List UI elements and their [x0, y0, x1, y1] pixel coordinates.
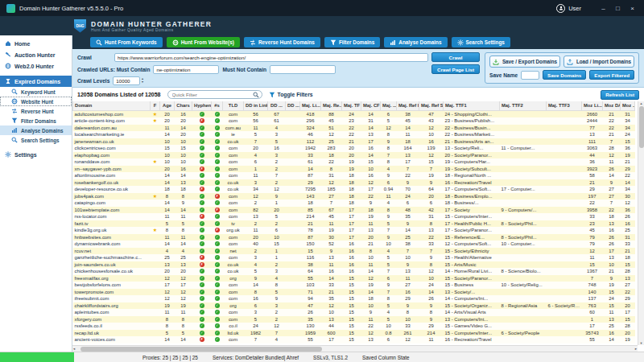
- table-row[interactable]: localsearchmarketing.ie1420✓✓ie534612221…: [73, 131, 635, 138]
- column-header-moz-da[interactable]: Moz DA: [603, 101, 621, 110]
- table-row[interactable]: apleintubes.com1111✓✓com32261015948814 -…: [73, 309, 635, 316]
- table-row[interactable]: bestjobsforfelons.com1717✓✓com1481033315…: [73, 282, 635, 289]
- table-row[interactable]: recap.ltd.uk55✓✓ltd.uk19827195960015120.…: [73, 330, 635, 337]
- scroll-left-icon[interactable]: ◄: [72, 347, 76, 351]
- column-header-maj-cf[interactable]: Maj. CF: [361, 101, 381, 110]
- table-row[interactable]: ronanddave.com★1010✓✓com6261221915817151…: [73, 158, 635, 166]
- crawl-levels-input[interactable]: [113, 76, 140, 85]
- sidebar-item-keyword-hunt[interactable]: Keyword Hunt: [0, 87, 72, 97]
- column-header-moz-li[interactable]: Moz Li...: [582, 101, 603, 110]
- maximize-icon[interactable]: □: [613, 5, 623, 12]
- column-header-maj-ref-ips[interactable]: Maj. Ref IPs: [397, 101, 419, 110]
- table-row[interactable]: article-content-king.com★2020✗✓com566129…: [73, 117, 635, 125]
- column-header-chars[interactable]: Chars: [175, 101, 192, 110]
- sidebar-item-reverse-hunt[interactable]: Reverse Hunt: [0, 106, 72, 116]
- column-header-age[interactable]: Age: [160, 101, 175, 110]
- save-domains-button[interactable]: Save Domains: [543, 70, 586, 80]
- table-row[interactable]: kindle3g.org.uk★88✓✗org.uk11678191713714…: [73, 227, 635, 234]
- table-row[interactable]: rss-locator.com1111✗✓com1352144517199353…: [73, 213, 635, 220]
- table-row[interactable]: join-saunders.co.uk1313✗✓co.uk4238111611…: [73, 261, 635, 269]
- spinner-arrows[interactable]: ▲▼: [141, 78, 144, 84]
- column-header-maj[interactable]: Maj. ...: [381, 101, 397, 110]
- tab-reverse-hunt-domains[interactable]: Reverse Hunt Domains: [244, 37, 320, 47]
- table-row[interactable]: adultcostumeshop.com★2016✓✓com5667418882…: [73, 110, 635, 117]
- column-header-f[interactable]: F: [151, 101, 160, 110]
- save-export-domains-button[interactable]: Save / Export Domains: [489, 56, 560, 68]
- tab-hunt-from-website-s[interactable]: Hunt From Website(s): [167, 37, 240, 47]
- spinner-down-icon[interactable]: ▼: [141, 81, 144, 84]
- scroll-right-icon[interactable]: ►: [634, 347, 638, 351]
- column-header-maj-re[interactable]: Maj. Re...: [321, 101, 342, 110]
- horizontal-scroll-thumb[interactable]: [80, 347, 322, 352]
- table-row[interactable]: 101webtemplate.com1414✓✗com8220856717188…: [73, 207, 635, 214]
- table-row[interactable]: towerpromote.com1212✓✓com857121151471614…: [73, 289, 635, 296]
- column-header-maj-li[interactable]: Maj. Li...: [300, 101, 321, 110]
- table-row[interactable]: aftonlimousine.com1414✓✓com1178731181692…: [73, 172, 635, 179]
- close-icon[interactable]: ×: [627, 5, 638, 12]
- toggle-filters[interactable]: Toggle Filters: [269, 92, 313, 98]
- table-row[interactable]: hnbwebsites.com1111✓✓com2010873017209252…: [73, 234, 635, 241]
- tab-search-settings[interactable]: Search Settings: [452, 37, 510, 47]
- save-name-input[interactable]: [521, 71, 539, 80]
- column-header-dd[interactable]: DD ...: [268, 101, 286, 110]
- table-row[interactable]: elaphopbag.com1010✓✓com43331820147131220…: [73, 152, 635, 159]
- minimize-icon[interactable]: –: [598, 5, 609, 12]
- sidebar-item-auction-hunter[interactable]: Auction Hunter: [0, 49, 72, 60]
- tab-hunt-from-keywords[interactable]: Hunt From Keywords: [90, 37, 163, 47]
- table-row[interactable]: ifreeisubmit.com1212✓✓com169943515188292…: [73, 295, 635, 302]
- crawl-url-input[interactable]: [114, 53, 428, 62]
- load-import-domains-button[interactable]: Load / Import Domains: [564, 56, 634, 68]
- table-row[interactable]: freexmailfax.org1212✓✓org945514151261110…: [73, 275, 635, 282]
- table-row[interactable]: rcuv.net44✓✓net2115916847715 - Society/E…: [73, 248, 635, 255]
- column-header-maj-ttf1[interactable]: Maj. TTF1: [444, 101, 500, 110]
- table-row[interactable]: ganzheitliche-suchmaschine.c...2525✗✓com…: [73, 254, 635, 261]
- table-row[interactable]: janenewman.co.uk1010✓✓co.uk7511225211791…: [73, 138, 635, 146]
- table-row[interactable]: dynamicwebrank.com1414✓✓com4015150521621…: [73, 241, 635, 248]
- column-header-maj-tf[interactable]: Maj. TF: [342, 101, 361, 110]
- horizontal-scrollbar[interactable]: ◄ ►: [72, 345, 638, 352]
- scroll-up-icon[interactable]: ▲: [640, 101, 643, 105]
- must-not-contain-input[interactable]: [270, 65, 336, 74]
- tab-filter-domains[interactable]: Filter Domains: [324, 37, 380, 47]
- sidebar-item-settings[interactable]: Settings: [0, 149, 72, 160]
- export-filtered-button[interactable]: Export Filtered: [589, 70, 634, 80]
- column-header-tld[interactable]: TLD: [223, 101, 244, 110]
- column-header-dd[interactable]: DD ...: [286, 101, 300, 110]
- column-header-maj-ttf3[interactable]: Maj. TTF3: [547, 101, 582, 110]
- table-row[interactable]: fazit.tv55✓✓tv222111171159817 - Health/P…: [73, 220, 635, 228]
- table-row[interactable]: clickcentricseo.com1515✓✓com201619422832…: [73, 145, 635, 152]
- sidebar-item-analyse-domains[interactable]: Analyse Domains: [0, 125, 72, 135]
- table-row[interactable]: xn--saygaver-ypb.com2016✗✓com12148191047…: [73, 166, 635, 173]
- vertical-scroll-thumb[interactable]: [639, 106, 644, 148]
- table-row[interactable]: ancient-voices.com1414✗✓com7455171513612…: [73, 336, 635, 343]
- quick-filter-input[interactable]: [167, 90, 262, 99]
- column-header-dd-in-links[interactable]: DD in Links: [244, 101, 268, 110]
- table-row[interactable]: chickenhousesforsale.co.uk2020✓✓co.uk536…: [73, 268, 635, 275]
- column-header-maj-ttf2[interactable]: Maj. TTF2: [500, 101, 547, 110]
- column-header-maj-ref-su[interactable]: Maj. Ref Su...: [419, 101, 444, 110]
- crawl-button[interactable]: Crawl: [431, 52, 480, 62]
- table-row[interactable]: dalereardon.com.au1114✓✓com.au1143245122…: [73, 125, 635, 132]
- vertical-scrollbar[interactable]: ▲ ▼: [638, 101, 644, 345]
- tab-analyse-domains[interactable]: Analyse Domains: [384, 37, 447, 47]
- refresh-list-button[interactable]: Refresh List: [601, 90, 639, 100]
- table-row[interactable]: developer-resource.co.uk1818✗✓co.uk34127…: [73, 186, 635, 193]
- table-row[interactable]: rosebankergolf.co.uk1413✓✓co.uk322912181…: [73, 179, 635, 187]
- sidebar-item-web2-0-hunter[interactable]: Web2.0 Hunter: [0, 60, 72, 72]
- scroll-down-icon[interactable]: ▼: [640, 341, 643, 345]
- column-header-moz[interactable]: Moz ...: [621, 101, 635, 110]
- must-contain-input[interactable]: [153, 65, 219, 74]
- column-header-domain[interactable]: Domain: [73, 101, 151, 110]
- table-row[interactable]: chairkliffordstairs.org1919✓✓org63471215…: [73, 302, 635, 310]
- table-row[interactable]: rssfeeds.co.il88✓✓co.il24121304415221033…: [73, 323, 635, 330]
- sidebar-item-search-settings[interactable]: Search Settings: [0, 135, 72, 145]
- sidebar-item-expired-domains[interactable]: Expired Domains: [0, 76, 72, 87]
- sidebar-item-website-hunt[interactable]: Website Hunt: [0, 97, 72, 106]
- sidebar-item-home[interactable]: Home: [0, 38, 72, 49]
- user-menu[interactable]: User: [556, 4, 581, 13]
- column-header-s[interactable]: #s: [212, 101, 223, 110]
- sidebar-item-filter-domains[interactable]: Filter Domains: [0, 116, 72, 125]
- crawl-page-list-button[interactable]: Crawl Page List: [431, 64, 480, 74]
- table-row[interactable]: xforgery.com88✓✓com5235131511510913 - Co…: [73, 316, 635, 323]
- table-row[interactable]: jobs4pak.com★88✓✗com12914327182211242018…: [73, 193, 635, 200]
